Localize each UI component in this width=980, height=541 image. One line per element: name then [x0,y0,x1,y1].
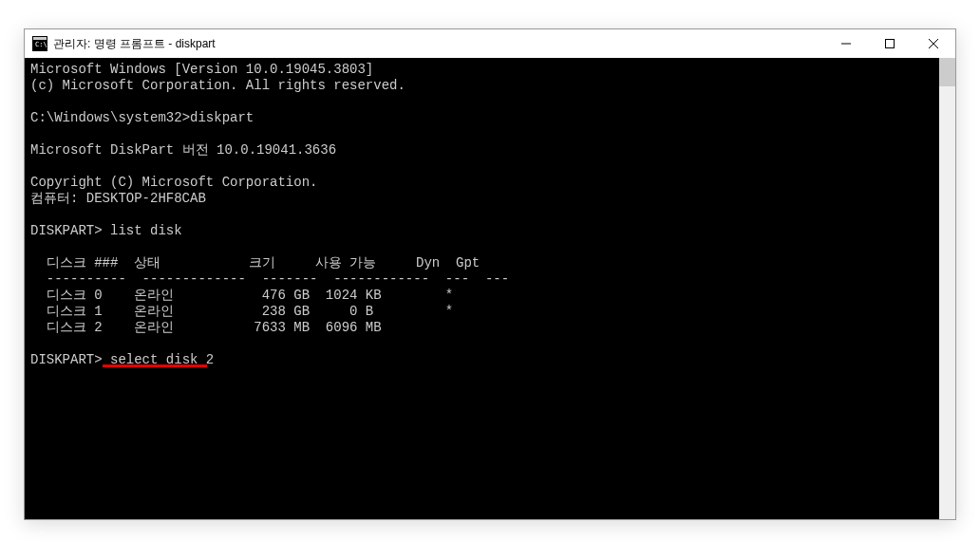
svg-text:C:\: C:\ [35,41,47,48]
output-line: 컴퓨터: DESKTOP-2HF8CAB [30,191,206,206]
output-line: C:\Windows\system32>diskpart [30,110,254,125]
table-row: 디스크 0 온라인 476 GB 1024 KB * [30,288,453,303]
terminal-output: Microsoft Windows [Version 10.0.19045.38… [25,58,955,372]
maximize-button[interactable] [868,29,912,58]
titlebar[interactable]: C:\ 관리자: 명령 프롬프트 - diskpart [25,29,955,58]
window-controls [824,29,955,58]
output-line: Microsoft Windows [Version 10.0.19045.38… [30,62,373,77]
window-title: 관리자: 명령 프롬프트 - diskpart [53,36,824,52]
svg-rect-4 [886,40,895,48]
output-line: (c) Microsoft Corporation. All rights re… [30,78,405,93]
table-row: 디스크 1 온라인 238 GB 0 B * [30,304,453,319]
minimize-button[interactable] [824,29,868,58]
vertical-scrollbar[interactable] [939,58,955,519]
cmd-icon: C:\ [32,36,47,51]
output-line: Microsoft DiskPart 버전 10.0.19041.3636 [30,142,336,158]
output-line: DISKPART> list disk [30,223,182,238]
scrollbar-thumb[interactable] [939,58,955,86]
table-row: 디스크 2 온라인 7633 MB 6096 MB [30,320,382,335]
annotation-underline [103,364,207,367]
terminal-area[interactable]: Microsoft Windows [Version 10.0.19045.38… [25,58,955,519]
svg-rect-1 [33,37,47,40]
close-button[interactable] [912,29,955,58]
table-separator: ---------- ------------- ------- -------… [30,271,509,287]
table-header: 디스크 ### 상태 크기 사용 가능 Dyn Gpt [30,255,480,270]
output-line: Copyright (C) Microsoft Corporation. [30,175,317,190]
command-prompt-window: C:\ 관리자: 명령 프롬프트 - diskpart Microsoft Wi… [24,28,956,520]
